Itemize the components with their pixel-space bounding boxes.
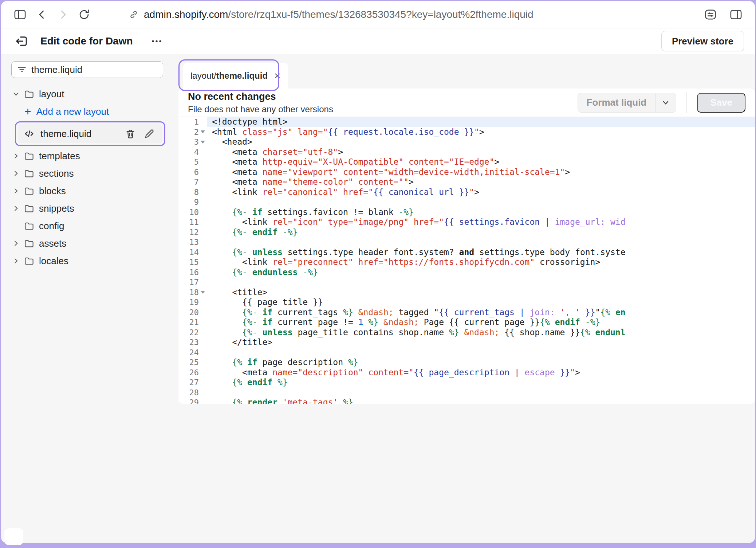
code-line-text[interactable]: {%- unless settings.type_header_font.sys… [207, 247, 755, 258]
code-line-text[interactable]: <!doctype html> [207, 117, 755, 127]
line-number[interactable]: 28 [178, 388, 207, 398]
code-line-text[interactable]: {{ page_title }} [207, 297, 755, 308]
tab-layout-theme-liquid[interactable]: layout/theme.liquid × [183, 63, 288, 89]
chevron-right-icon[interactable] [11, 257, 21, 265]
line-number[interactable]: 4 [178, 147, 207, 157]
code-line-text[interactable]: <meta name="description" content="{{ pag… [207, 368, 755, 378]
code-line-text[interactable] [207, 388, 755, 398]
code-line-text[interactable]: <meta http-equiv="X-UA-Compatible" conte… [207, 157, 755, 167]
code-line[interactable]: 17 [178, 277, 755, 287]
code-line-text[interactable]: {% render 'meta-tags' %} [207, 398, 755, 404]
sidebar-item-assets[interactable]: assets [11, 235, 163, 252]
code-line[interactable]: 1<!doctype html> [178, 117, 755, 127]
line-number[interactable]: 15 [178, 257, 207, 267]
line-number[interactable]: 19 [178, 297, 207, 308]
code-line[interactable]: 14 {%- unless settings.type_header_font.… [178, 247, 755, 258]
code-line[interactable]: 10 {%- if settings.favicon != blank -%} [178, 207, 755, 218]
code-line-text[interactable]: {%- if current_page != 1 %} &ndash; Page… [207, 317, 755, 328]
code-line[interactable]: 3 <head> [178, 137, 755, 147]
sidebar-toggle-icon[interactable] [11, 5, 29, 24]
fold-chevron-icon[interactable] [199, 127, 207, 137]
line-number[interactable]: 12 [178, 227, 207, 238]
code-line-text[interactable] [207, 237, 755, 247]
chevron-down-icon[interactable] [655, 98, 676, 107]
line-number[interactable]: 5 [178, 157, 207, 167]
code-line-text[interactable]: <meta name="viewport" content="width=dev… [207, 167, 755, 177]
code-line[interactable]: 2<html class="js" lang="{{ request.local… [178, 127, 755, 137]
code-line[interactable]: 25 {% if page_description %} [178, 357, 755, 368]
address-bar[interactable]: admin.shopify.com/store/rzq1xu-f5/themes… [129, 9, 533, 20]
code-line-text[interactable]: {%- if current_tags %} &ndash; tagged "{… [207, 308, 755, 318]
code-line[interactable]: 15 <link rel="preconnect" href="https://… [178, 257, 755, 267]
code-line-text[interactable]: {% if page_description %} [207, 357, 755, 368]
chevron-right-icon[interactable] [11, 169, 21, 177]
code-line-text[interactable]: {%- if settings.favicon != blank -%} [207, 207, 755, 218]
code-line-text[interactable]: <link rel="preconnect" href="https://fon… [207, 257, 755, 267]
file-theme-liquid[interactable]: theme.liquid [18, 124, 162, 143]
code-line[interactable]: 21 {%- if current_page != 1 %} &ndash; P… [178, 317, 755, 328]
line-number[interactable]: 21 [178, 317, 207, 328]
line-number[interactable]: 29 [178, 398, 207, 404]
file-search-box[interactable] [11, 61, 163, 78]
code-line-text[interactable]: <meta name="theme-color" content=""> [207, 177, 755, 187]
fold-chevron-icon[interactable] [199, 287, 207, 298]
code-line[interactable]: 6 <meta name="viewport" content="width=d… [178, 167, 755, 177]
add-layout-button[interactable]: + Add a new layout [11, 103, 163, 120]
code-line[interactable]: 26 <meta name="description" content="{{ … [178, 368, 755, 378]
chevron-right-icon[interactable] [11, 187, 21, 195]
code-line-text[interactable]: {%- endunless -%} [207, 267, 755, 278]
code-line[interactable]: 8 <link rel="canonical" href="{{ canonic… [178, 187, 755, 197]
code-line-text[interactable] [207, 277, 755, 287]
code-line[interactable]: 24 [178, 348, 755, 358]
code-line[interactable]: 5 <meta http-equiv="X-UA-Compatible" con… [178, 157, 755, 167]
code-line-text[interactable]: {% endif %} [207, 377, 755, 388]
line-number[interactable]: 17 [178, 277, 207, 287]
line-number[interactable]: 2 [178, 127, 207, 137]
code-line[interactable]: 19 {{ page_title }} [178, 297, 755, 308]
line-number[interactable]: 14 [178, 247, 207, 258]
sidebar-item-sections[interactable]: sections [11, 165, 163, 182]
line-number[interactable]: 11 [178, 217, 207, 227]
search-input[interactable] [31, 64, 158, 75]
more-actions-button[interactable]: ••• [148, 35, 166, 48]
code-line[interactable]: 28 [178, 388, 755, 398]
line-number[interactable]: 27 [178, 377, 207, 388]
line-number[interactable]: 20 [178, 308, 207, 318]
code-line-text[interactable] [207, 348, 755, 358]
reload-icon[interactable] [75, 5, 94, 24]
line-number[interactable]: 16 [178, 267, 207, 278]
sidebar-item-templates[interactable]: templates [11, 147, 163, 165]
code-line[interactable]: 20 {%- if current_tags %} &ndash; tagged… [178, 308, 755, 318]
code-line[interactable]: 23 </title> [178, 337, 755, 348]
tab-close-icon[interactable]: × [274, 70, 281, 81]
sidebar-item-blocks[interactable]: blocks [11, 182, 163, 200]
code-line[interactable]: 13 [178, 237, 755, 247]
chevron-right-icon[interactable] [11, 204, 21, 212]
format-liquid-button[interactable]: Format liquid [578, 93, 677, 113]
code-line-text[interactable]: <html class="js" lang="{{ request.locale… [207, 127, 755, 137]
code-editor[interactable]: 1<!doctype html>2<html class="js" lang="… [178, 117, 755, 404]
code-line-text[interactable]: {%- unless page_title contains shop.name… [207, 328, 755, 338]
sidebar-item-locales[interactable]: locales [11, 252, 163, 270]
code-line[interactable]: 22 {%- unless page_title contains shop.n… [178, 328, 755, 338]
code-line-text[interactable]: {%- endif -%} [207, 227, 755, 238]
line-number[interactable]: 13 [178, 237, 207, 247]
sidebar-item-config[interactable]: config [11, 217, 163, 235]
back-arrow-icon[interactable] [32, 5, 51, 24]
preview-store-button[interactable]: Preview store [661, 31, 744, 51]
sidebar-item-layout[interactable]: layout [11, 85, 163, 103]
code-line[interactable]: 11 <link rel="icon" type="image/png" hre… [178, 217, 755, 227]
line-number[interactable]: 1 [178, 117, 207, 127]
line-number[interactable]: 24 [178, 348, 207, 358]
line-number[interactable]: 22 [178, 328, 207, 338]
code-line[interactable]: 7 <meta name="theme-color" content=""> [178, 177, 755, 187]
code-line-text[interactable]: <title> [207, 287, 755, 298]
line-number[interactable]: 23 [178, 337, 207, 348]
exit-icon[interactable] [12, 32, 31, 51]
chevron-right-icon[interactable] [11, 152, 21, 160]
code-line[interactable]: 29 {% render 'meta-tags' %} [178, 398, 755, 404]
line-number[interactable]: 6 [178, 167, 207, 177]
line-number[interactable]: 9 [178, 197, 207, 207]
save-button[interactable]: Save [697, 93, 745, 113]
code-line-text[interactable] [207, 197, 755, 207]
